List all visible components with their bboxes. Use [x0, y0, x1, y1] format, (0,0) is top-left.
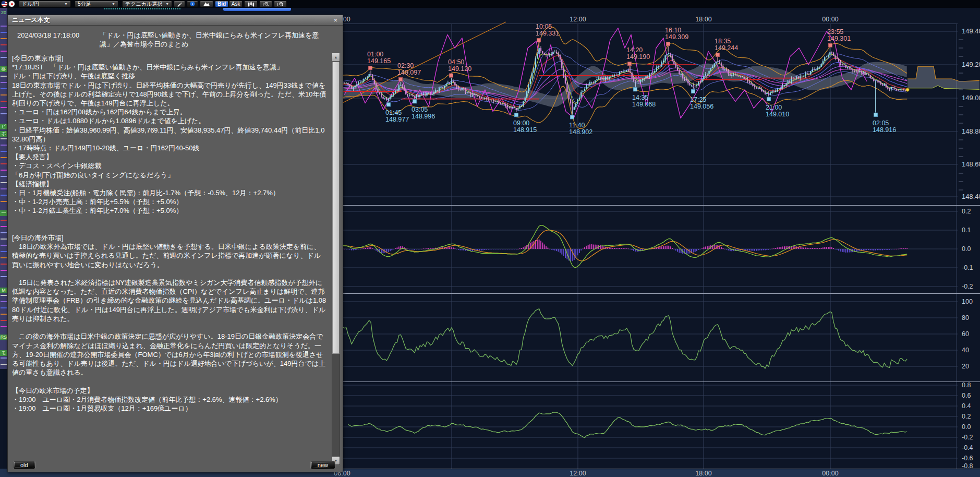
- svg-text:-0.2: -0.2: [962, 434, 973, 441]
- legend-line-sample: [1, 182, 7, 183]
- svg-text:0.2: 0.2: [962, 208, 971, 215]
- svg-text:149.190: 149.190: [626, 53, 650, 61]
- bid-label: Bid: [217, 2, 226, 7]
- candlestick-icon: [247, 1, 255, 7]
- svg-text:100: 100: [962, 298, 973, 305]
- svg-text:0.8: 0.8: [962, 381, 971, 389]
- svg-text:-0.4: -0.4: [962, 444, 973, 451]
- old-button[interactable]: old: [13, 461, 35, 469]
- legend-line-sample: [1, 76, 7, 77]
- legend-line-sample: [1, 113, 7, 114]
- svg-text:18:00: 18:00: [695, 470, 711, 477]
- legend-label: 移: [0, 66, 7, 72]
- svg-text:148.996: 148.996: [412, 113, 435, 120]
- timeframe-select-value: 5分足: [78, 2, 91, 7]
- news-scrollbar[interactable]: ▲ ▼: [332, 53, 340, 465]
- legend-line-sample: [1, 94, 7, 96]
- trading-app-window: 01:00149.16502:30149.09704:50149.12010:0…: [0, 0, 980, 477]
- zoom-in-button[interactable]: [274, 1, 287, 7]
- draw-tool-button[interactable]: [174, 1, 185, 7]
- zoom-out-button[interactable]: [259, 1, 272, 7]
- info-button[interactable]: i: [187, 1, 198, 7]
- svg-text:149.00: 149.00: [962, 94, 980, 102]
- svg-text:60: 60: [962, 330, 969, 338]
- legend-line-sample: [1, 88, 7, 89]
- legend-line-sample: [1, 32, 7, 33]
- svg-text:12:00: 12:00: [570, 16, 586, 23]
- svg-text:148.915: 148.915: [513, 126, 537, 134]
- technical-select-label: テクニカル選択: [125, 2, 162, 7]
- svg-text:149.097: 149.097: [397, 69, 421, 76]
- svg-text:i: i: [192, 2, 193, 6]
- legend-line-sample: [1, 138, 7, 139]
- legend-line-sample: [1, 51, 7, 52]
- svg-text:12:00: 12:00: [570, 470, 586, 477]
- area-chart-button[interactable]: [200, 1, 213, 7]
- svg-text:21:00: 21:00: [766, 104, 782, 111]
- close-icon[interactable]: ×: [332, 17, 338, 23]
- legend-line-sample: [1, 320, 7, 321]
- legend-line-sample: [1, 226, 7, 227]
- ask-toggle-button[interactable]: Ask: [229, 1, 243, 7]
- svg-text:149.165: 149.165: [367, 57, 391, 65]
- svg-text:149.056: 149.056: [690, 103, 713, 110]
- svg-text:-0.8: -0.8: [962, 462, 973, 470]
- svg-text:18:00: 18:00: [695, 16, 711, 23]
- legend-line-sample: [1, 57, 7, 58]
- news-window-title: ニュース本文: [12, 16, 50, 25]
- zoom-out-icon: [262, 1, 269, 7]
- legend-line-sample: [1, 163, 7, 164]
- scroll-up-icon[interactable]: ▲: [332, 53, 340, 61]
- svg-text:149.244: 149.244: [715, 44, 738, 52]
- legend-line-sample: [1, 270, 7, 271]
- svg-text:00:00: 00:00: [822, 470, 838, 477]
- svg-text:-0.1: -0.1: [962, 264, 973, 271]
- news-headline: 「ドル・円は底堅い値動きか、日米中銀にらみも米インフレ再加速を意識」／為替市場今…: [100, 31, 326, 49]
- svg-text:148.916: 148.916: [873, 126, 896, 134]
- pair-select-value: ドル/円: [22, 2, 39, 7]
- legend-line-sample: [1, 170, 7, 171]
- svg-text:149.309: 149.309: [665, 33, 688, 41]
- pencil-icon: [177, 1, 182, 7]
- pair-select[interactable]: ドル/円 ▼: [19, 1, 71, 7]
- dotted-indicator-line: [104, 8, 180, 9]
- legend-label: RS: [0, 335, 7, 340]
- legend-line-sample: [1, 326, 7, 327]
- news-body-text: [今日の東京市場] *17:18JST 「ドル・円は底堅い値動きか、日米中銀にら…: [12, 54, 327, 464]
- legend-line-sample: [1, 145, 7, 146]
- technical-select-button[interactable]: テクニカル選択 ▼: [122, 1, 172, 7]
- currency-flags: [0, 0, 18, 8]
- candlestick-style-button[interactable]: [244, 1, 258, 7]
- mountain-icon: [203, 1, 210, 7]
- legend-line-sample: [1, 176, 7, 177]
- svg-text:80: 80: [962, 314, 969, 321]
- svg-text:03:05: 03:05: [412, 106, 428, 113]
- legend-line-sample: [1, 232, 7, 233]
- svg-text:0.4: 0.4: [962, 402, 971, 410]
- svg-text:09:00: 09:00: [513, 120, 529, 127]
- new-button[interactable]: new: [310, 461, 335, 469]
- svg-text:16:10: 16:10: [665, 27, 681, 34]
- japan-flag-icon: [8, 1, 15, 7]
- legend-line-sample: [1, 101, 7, 102]
- legend-line-sample: [1, 107, 7, 108]
- ask-label: Ask: [232, 2, 240, 7]
- bid-toggle-button[interactable]: Bid: [215, 1, 228, 7]
- legend-line-sample: [1, 26, 7, 27]
- scrollbar-thumb[interactable]: [332, 62, 340, 354]
- legend-line-sample: [1, 307, 7, 308]
- svg-text:-0.2: -0.2: [962, 283, 973, 290]
- legend-line-sample: [1, 38, 7, 39]
- legend-label: ボ: [0, 131, 7, 137]
- zoom-in-icon: [277, 1, 284, 7]
- legend-line-sample: [1, 157, 7, 158]
- svg-text:00:00: 00:00: [822, 16, 838, 23]
- legend-label: 20: [0, 10, 7, 15]
- timeframe-select[interactable]: 5分足 ▼: [75, 1, 118, 7]
- svg-text:149.331: 149.331: [536, 30, 559, 37]
- chevron-down-icon: ▼: [64, 2, 68, 7]
- svg-text:149.20: 149.20: [962, 61, 980, 68]
- legend-line-sample: [1, 257, 7, 258]
- svg-text:18:35: 18:35: [715, 38, 731, 45]
- news-window-titlebar[interactable]: ニュース本文 ×: [8, 15, 343, 26]
